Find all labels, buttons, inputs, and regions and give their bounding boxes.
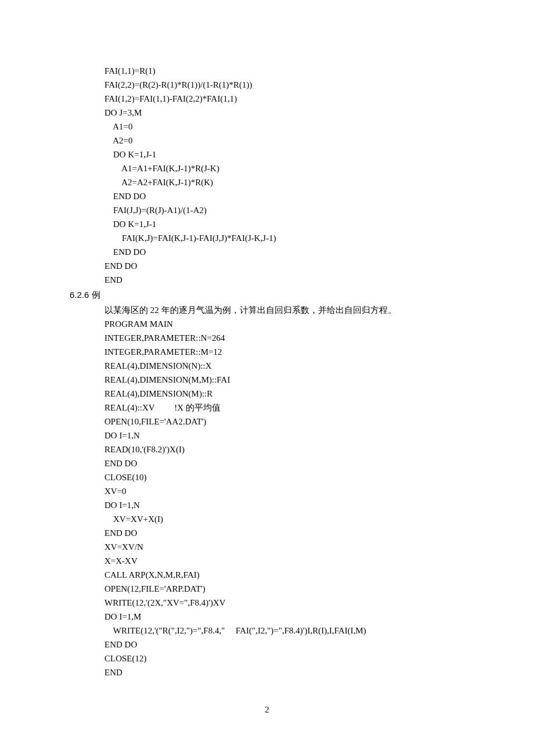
code-line: A2=0 xyxy=(104,134,482,147)
code-line: END DO xyxy=(104,259,482,273)
page-content: FAI(1,1)=R(1)FAI(2,2)=(R(2)-R(1)*R(1))/(… xyxy=(0,0,534,740)
code-line: FAI(1,1)=R(1) xyxy=(104,64,482,78)
code-line: FAI(1,2)=FAI(1,1)-FAI(2,2)*FAI(1,1) xyxy=(104,92,482,106)
code-line: A2=A2+FAI(K,J-1)*R(K) xyxy=(104,175,482,189)
code-line: REAL(4),DIMENSION(M,M)::FAI xyxy=(104,373,482,387)
code-line: INTEGER,PARAMETER::M=12 xyxy=(104,345,482,359)
code-line: END DO xyxy=(104,456,482,470)
code-line: REAL(4),DIMENSION(N)::X xyxy=(104,359,482,373)
code-line: XV=0 xyxy=(104,484,482,498)
code-line: DO I=1,M xyxy=(104,610,482,624)
code-line: DO K=1,J-1 xyxy=(104,217,482,231)
code-line: A1=0 xyxy=(104,120,482,134)
code-line: CALL ARP(X,N,M,R,FAI) xyxy=(104,568,482,582)
code-line: OPEN(10,FILE='AA2.DAT') xyxy=(104,415,482,429)
code-block-1: FAI(1,1)=R(1)FAI(2,2)=(R(2)-R(1)*R(1))/(… xyxy=(104,64,482,287)
code-line: X=X-XV xyxy=(104,554,482,568)
code-line: DO J=3,M xyxy=(104,106,482,120)
code-line: OPEN(12,FILE='ARP.DAT') xyxy=(104,582,482,596)
code-line: READ(10,'(F8.2)')X(I) xyxy=(104,442,482,456)
code-line: CLOSE(10) xyxy=(104,470,482,484)
code-line: END DO xyxy=(104,526,482,540)
code-line: XV=XV/N xyxy=(104,540,482,554)
code-line: END DO xyxy=(104,638,482,651)
code-line: A1=A1+FAI(K,J-1)*R(J-K) xyxy=(104,161,482,175)
code-line: END xyxy=(104,273,482,287)
code-line: INTEGER,PARAMETER::N=264 xyxy=(104,331,482,345)
code-line: WRITE(12,'(2X,"XV=",F8.4)')XV xyxy=(104,596,482,610)
code-line: FAI(J,J)=(R(J)-A1)/(1-A2) xyxy=(104,203,482,217)
code-line: END xyxy=(104,665,482,679)
code-line: END DO xyxy=(104,245,482,259)
page-number: 2 xyxy=(52,703,482,717)
code-line: FAI(K,J)=FAI(K,J-1)-FAI(J,J)*FAI(J-K,J-1… xyxy=(104,231,482,245)
code-line: REAL(4),DIMENSION(M)::R xyxy=(104,387,482,401)
code-line: END DO xyxy=(104,189,482,203)
code-line: FAI(2,2)=(R(2)-R(1)*R(1))/(1-R(1)*R(1)) xyxy=(104,78,482,92)
code-block-2: PROGRAM MAININTEGER,PARAMETER::N=264INTE… xyxy=(104,317,482,679)
code-line: REAL(4)::XV !X 的平均值 xyxy=(104,401,482,415)
code-line: CLOSE(12) xyxy=(104,651,482,665)
code-line: DO I=1,N xyxy=(104,429,482,442)
code-line: WRITE(12,'("R(",I2,")=",F8.4," FAI(",I2,… xyxy=(104,624,482,638)
code-line: PROGRAM MAIN xyxy=(104,317,482,331)
code-line: DO K=1,J-1 xyxy=(104,147,482,161)
section-heading: 6.2.6 例 xyxy=(70,288,482,302)
code-line: XV=XV+X(I) xyxy=(104,512,482,526)
example-intro: 以某海区的 22 年的逐月气温为例，计算出自回归系数，并给出自回归方程。 xyxy=(104,303,482,317)
code-line: DO I=1,N xyxy=(104,498,482,512)
